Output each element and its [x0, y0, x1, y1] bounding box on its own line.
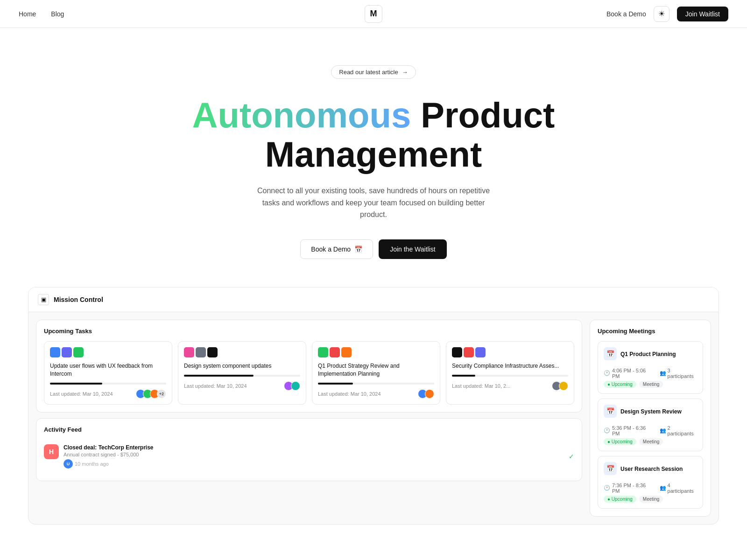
meetings-list: 📅 Q1 Product Planning 🕐4:06 PM - 5:06 PM…	[598, 341, 703, 509]
task-icon	[475, 347, 486, 357]
meetings-panel-title: Upcoming Meetings	[598, 328, 703, 335]
hero-title: Autonomous Product Management	[19, 96, 728, 174]
tag-meeting: Meeting	[639, 438, 663, 445]
nav-right: Book a Demo ☀ Join Waitlist	[606, 6, 728, 22]
task-card: Q1 Product Strategy Review and Implement…	[312, 341, 440, 405]
activity-panel-title: Activity Feed	[44, 426, 574, 433]
task-title: Design system component updates	[184, 362, 300, 370]
tasks-panel: Upcoming Tasks Update user flows with UX…	[36, 320, 582, 413]
activity-subtitle: Annual contract signed - $75,000	[63, 452, 564, 457]
avatar	[559, 381, 568, 391]
hero-title-gradient: Autonomous	[192, 95, 411, 135]
hero-buttons: Book a Demo 📅 Join the Waitlist	[19, 239, 728, 259]
task-card: Security Compliance Infrastructure Asses…	[446, 341, 574, 405]
task-progress-bar	[50, 383, 166, 385]
task-card: Update user flows with UX feedback from …	[44, 341, 172, 405]
activity-time: U 10 months ago	[63, 459, 564, 469]
nav-left: Home Blog	[19, 10, 64, 18]
task-avatars	[418, 389, 434, 399]
nav-home[interactable]: Home	[19, 10, 36, 18]
join-waitlist-button[interactable]: Join the Waitlist	[379, 239, 447, 259]
mission-control-icon: ▣	[38, 294, 49, 305]
task-card: Design system component updates Last upd…	[178, 341, 306, 405]
task-icons	[452, 347, 568, 357]
task-icon	[73, 347, 84, 357]
avatar	[291, 381, 300, 391]
task-avatars	[284, 381, 300, 391]
meeting-tags: ● Upcoming Meeting	[604, 496, 697, 503]
task-last-updated: Last updated: Mar 10, 2024	[184, 383, 247, 389]
participants: 👥2 participants	[660, 425, 697, 436]
btn-demo-label: Book a Demo	[311, 245, 351, 253]
task-icon	[464, 347, 474, 357]
task-meta: Last updated: Mar 10, 2024 +2	[50, 389, 166, 399]
task-meta: Last updated: Mar 10, 2024	[318, 389, 434, 399]
meeting-icon: 📅	[604, 347, 617, 360]
meeting-title: Design System Review	[620, 408, 682, 415]
dashboard-body: Upcoming Tasks Update user flows with UX…	[28, 312, 719, 524]
people-icon: 👥	[660, 485, 666, 491]
meeting-time: 🕐4:06 PM - 5:06 PM 👥3 participants	[604, 368, 697, 379]
hero-section: Read our latest article → Autonomous Pro…	[0, 28, 747, 287]
article-badge-arrow: →	[402, 69, 408, 76]
meeting-icon: 📅	[604, 405, 617, 418]
avatar	[425, 389, 434, 399]
task-title: Q1 Product Strategy Review and Implement…	[318, 362, 434, 378]
tag-upcoming: ● Upcoming	[604, 438, 636, 445]
activity-list: H Closed deal: TechCorp Enterprise Annua…	[44, 440, 574, 473]
hero-title-line2: Management	[265, 134, 482, 174]
meeting-tags: ● Upcoming Meeting	[604, 438, 697, 445]
navbar: Home Blog M Book a Demo ☀ Join Waitlist	[0, 0, 747, 28]
task-meta: Last updated: Mar 10, 2024	[184, 381, 300, 391]
task-icons	[50, 347, 166, 357]
theme-toggle-button[interactable]: ☀	[654, 6, 669, 22]
hero-title-product: Product	[421, 95, 555, 135]
meeting-card: 📅 Q1 Product Planning 🕐4:06 PM - 5:06 PM…	[598, 341, 703, 394]
task-icon	[50, 347, 60, 357]
task-progress-fill	[318, 383, 353, 385]
avatar-count: +2	[157, 389, 166, 399]
task-last-updated: Last updated: Mar 10, 2...	[452, 383, 510, 389]
task-icon	[330, 347, 340, 357]
tasks-grid: Update user flows with UX feedback from …	[44, 341, 574, 405]
activity-title: Closed deal: TechCorp Enterprise	[63, 444, 564, 451]
meeting-time: 🕐5:36 PM - 6:36 PM 👥2 participants	[604, 425, 697, 436]
task-icon	[184, 347, 194, 357]
task-icon	[318, 347, 328, 357]
meeting-title: User Research Session	[620, 466, 683, 472]
nav-blog[interactable]: Blog	[51, 10, 64, 18]
task-icon	[196, 347, 206, 357]
nav-logo: M	[365, 5, 382, 23]
task-icon	[207, 347, 218, 357]
meeting-card: 📅 Design System Review 🕐5:36 PM - 6:36 P…	[598, 399, 703, 451]
meeting-card: 📅 User Research Session 🕐7:36 PM - 8:36 …	[598, 456, 703, 509]
activity-panel: Activity Feed H Closed deal: TechCorp En…	[36, 418, 582, 481]
book-demo-button[interactable]: Book a Demo 📅	[300, 239, 373, 259]
task-last-updated: Last updated: Mar 10, 2024	[318, 391, 381, 397]
tag-upcoming: ● Upcoming	[604, 381, 636, 388]
task-meta: Last updated: Mar 10, 2...	[452, 381, 568, 391]
people-icon: 👥	[660, 370, 666, 376]
task-title: Security Compliance Infrastructure Asses…	[452, 362, 568, 370]
activity-content: Closed deal: TechCorp Enterprise Annual …	[63, 444, 564, 469]
task-avatars	[552, 381, 568, 391]
meeting-tags: ● Upcoming Meeting	[604, 381, 697, 388]
task-progress-bar	[452, 375, 568, 377]
task-progress-fill	[452, 375, 475, 377]
task-icon	[341, 347, 352, 357]
task-last-updated: Last updated: Mar 10, 2024	[50, 391, 113, 397]
nav-join-waitlist-button[interactable]: Join Waitlist	[677, 7, 728, 21]
people-icon: 👥	[660, 427, 666, 434]
task-progress-fill	[50, 383, 102, 385]
article-badge[interactable]: Read our latest article →	[331, 65, 416, 79]
tag-meeting: Meeting	[639, 496, 663, 503]
dashboard-header: ▣ Mission Control	[28, 287, 719, 312]
activity-item: H Closed deal: TechCorp Enterprise Annua…	[44, 440, 574, 473]
task-title: Update user flows with UX feedback from …	[50, 362, 166, 378]
task-icons	[318, 347, 434, 357]
clock-icon: 🕐	[604, 427, 610, 434]
dashboard-preview: ▣ Mission Control Upcoming Tasks Update …	[28, 287, 719, 525]
task-icons	[184, 347, 300, 357]
nav-book-demo[interactable]: Book a Demo	[606, 10, 646, 18]
dashboard-title: Mission Control	[54, 296, 103, 303]
